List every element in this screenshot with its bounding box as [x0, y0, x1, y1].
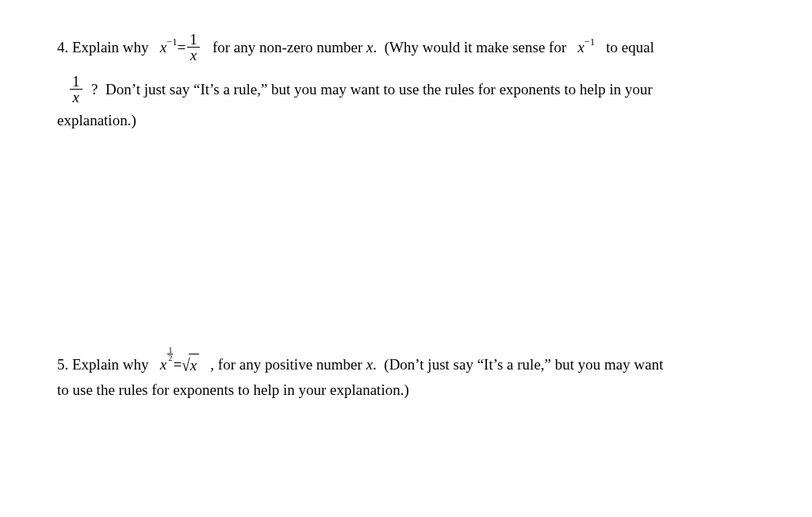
q5-text-4: to use the rules for exponents to help i… [57, 379, 409, 401]
q4-text-1: Explain why [68, 36, 160, 59]
q5-number: 5. [57, 354, 68, 376]
fraction-numerator: 1 [70, 74, 82, 90]
var-x: x [160, 356, 167, 373]
superscript-half: 1 2 [167, 347, 173, 362]
q4-text-4: to equal [595, 36, 654, 59]
fraction-1-over-x-2: 1 x [70, 74, 82, 105]
superscript-neg1: −1 [167, 36, 177, 48]
sup-den: 2 [167, 354, 173, 362]
q4-line3: explanation.) [57, 109, 764, 132]
var-x-italic: x [366, 36, 373, 59]
q4-line2: 1 x ? Don’t just say “It’s a rule,” but … [57, 74, 764, 105]
q4-text-3: . (Why would it make sense for [373, 36, 577, 59]
var-x-italic: x [366, 354, 373, 376]
q4-text-5: ? Don’t just say “It’s a rule,” but you … [84, 79, 653, 101]
superscript-neg1: −1 [584, 36, 595, 48]
var-x: x [578, 39, 584, 56]
q5-text-1: Explain why [68, 354, 160, 376]
sqrt-x: √x [182, 354, 199, 377]
math-x-half: x 1 2 [160, 354, 174, 376]
q4-text-2: for any non-zero number [201, 36, 366, 59]
q5-line2: to use the rules for exponents to help i… [57, 379, 764, 401]
question-5: 5. Explain why x 1 2 = √x , for any posi… [57, 354, 764, 401]
document-page: 4. Explain why x−1 = 1 x for any non-zer… [0, 0, 812, 433]
q5-text-3: . (Don’t just say “It’s a rule,” but you… [373, 354, 663, 376]
fraction-denominator: x [187, 48, 200, 63]
q4-number: 4. [57, 36, 68, 59]
q4-text-6: explanation.) [57, 109, 136, 132]
var-x: x [160, 39, 167, 56]
fraction-numerator: 1 [187, 32, 200, 48]
equals-sign: = [173, 354, 182, 376]
q5-line1: 5. Explain why x 1 2 = √x , for any posi… [57, 354, 764, 377]
equals-sign: = [177, 36, 186, 59]
q4-line1: 4. Explain why x−1 = 1 x for any non-zer… [57, 32, 764, 63]
fraction-denominator: x [70, 90, 82, 105]
math-x-inv: x−1 [160, 36, 178, 59]
question-4: 4. Explain why x−1 = 1 x for any non-zer… [57, 32, 764, 132]
radical-sign: √ [182, 352, 190, 377]
q5-text-2: , for any positive number [199, 354, 366, 376]
radicand: x [189, 354, 199, 377]
math-x-inv-2: x−1 [578, 36, 596, 59]
fraction-1-over-x: 1 x [187, 32, 200, 63]
